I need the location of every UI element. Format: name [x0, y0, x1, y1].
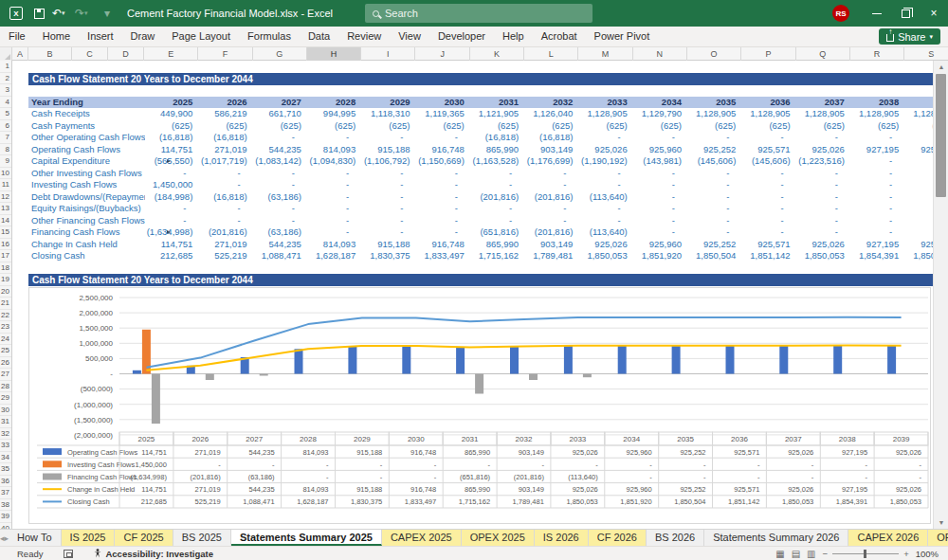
account-avatar[interactable]: RS [832, 5, 849, 22]
cell-value[interactable]: 1,833,497 [416, 250, 470, 262]
cell-value[interactable]: (625) [578, 120, 632, 133]
year-header-2030[interactable]: 2030 [416, 97, 470, 109]
ribbon-tab-data[interactable]: Data [300, 27, 338, 46]
cell-value[interactable]: 814,093 [307, 144, 361, 156]
cell-value[interactable]: - [253, 168, 307, 180]
row-header-22[interactable]: 22 [0, 310, 11, 322]
ribbon-tab-draw[interactable]: Draw [122, 27, 164, 46]
cell-value[interactable]: - [796, 168, 850, 180]
row-label[interactable]: Other Operating Cash Flows [31, 132, 145, 144]
cell-value[interactable]: (113,640) [578, 191, 632, 204]
cell-value[interactable]: (625) [144, 120, 198, 133]
cell-value[interactable]: - [850, 168, 904, 180]
cell-value[interactable]: - [850, 203, 904, 215]
cell-value[interactable]: (1,083,142) [253, 155, 307, 168]
cell-value[interactable]: 586,219 [198, 108, 252, 120]
cell-value[interactable]: - [578, 203, 632, 215]
cell-value[interactable]: (201,816) [198, 226, 252, 239]
cell-value[interactable]: - [850, 226, 904, 239]
cell-value[interactable]: 1,851,920 [633, 250, 687, 262]
cell-value[interactable]: 114,751 [144, 144, 198, 156]
cell-value[interactable]: (565,550) [144, 155, 198, 168]
row-header-25[interactable]: 25 [0, 345, 11, 357]
ribbon-tab-home[interactable]: Home [34, 27, 79, 46]
cell-value[interactable]: (145,606) [687, 155, 741, 168]
cell-value[interactable]: - [850, 155, 904, 168]
row-header-7[interactable]: 7 [0, 132, 11, 144]
cell-value[interactable]: 212,685 [144, 250, 198, 262]
cell-value[interactable]: - [633, 132, 687, 144]
cell-value[interactable]: (1,223,516) [796, 155, 850, 168]
column-header-L[interactable]: L [524, 47, 578, 61]
ribbon-tab-file[interactable]: File [0, 27, 34, 46]
minimize-button[interactable] [863, 0, 891, 27]
row-label[interactable]: Equity Raisings/(Buybacks) [31, 203, 145, 215]
cell-value[interactable]: (184,998) [144, 191, 198, 204]
sheet-tab-capex-2025[interactable]: CAPEX 2025 [382, 530, 462, 546]
ribbon-tab-acrobat[interactable]: Acrobat [533, 27, 586, 46]
cell-value[interactable]: - [850, 215, 904, 227]
cell-value[interactable]: - [307, 191, 361, 204]
row-header-18[interactable]: 18 [0, 262, 11, 275]
cell-value[interactable]: - [850, 179, 904, 191]
ribbon-tab-developer[interactable]: Developer [429, 27, 494, 46]
cell-value[interactable]: - [741, 191, 795, 204]
column-header-B[interactable]: B [28, 47, 72, 61]
cell-value[interactable]: (201,816) [524, 226, 578, 239]
cell-value[interactable]: (625) [470, 120, 524, 133]
cell-value[interactable]: - [687, 132, 741, 144]
cell-value[interactable]: - [361, 203, 415, 215]
cell-value[interactable]: (625) [524, 120, 578, 133]
cell-value[interactable]: - [361, 226, 415, 239]
cell-value[interactable]: - [416, 168, 470, 180]
year-header-2033[interactable]: 2033 [578, 97, 632, 109]
cell-value[interactable]: (145,606) [741, 155, 795, 168]
cell-value[interactable]: - [198, 215, 252, 227]
cell-value[interactable]: 814,093 [307, 239, 361, 251]
cell-value[interactable]: (16,818) [524, 132, 578, 144]
cell-value[interactable]: (625) [850, 120, 904, 133]
search-input[interactable]: Search [365, 4, 592, 23]
cell-value[interactable]: 925,026 [796, 144, 850, 156]
cell-value[interactable]: - [850, 132, 904, 144]
column-header-A[interactable]: A [12, 47, 28, 61]
cell-value[interactable]: - [198, 168, 252, 180]
cell-value[interactable]: 1,088,471 [253, 250, 307, 262]
cell-value[interactable]: 1,830,375 [361, 250, 415, 262]
year-header-2031[interactable]: 2031 [470, 97, 524, 109]
cell-value[interactable]: - [361, 132, 415, 144]
column-header-O[interactable]: O [687, 47, 741, 61]
cell-value[interactable]: 994,995 [307, 108, 361, 120]
cell-value[interactable]: (1,017,719) [198, 155, 252, 168]
sheet-tab-capex-2026[interactable]: CAPEX 2026 [848, 530, 928, 546]
cell-value[interactable]: - [253, 203, 307, 215]
row-label[interactable]: Other Financing Cash Flows [31, 215, 145, 227]
cell-value[interactable]: 1,118,310 [361, 108, 415, 120]
sheet-tab-bs-2026[interactable]: BS 2026 [647, 530, 704, 546]
column-header-D[interactable]: D [108, 47, 144, 61]
cell-value[interactable]: - [687, 203, 741, 215]
cell-value[interactable]: - [307, 203, 361, 215]
save-button[interactable] [28, 3, 49, 24]
cell-value[interactable]: (625) [307, 120, 361, 133]
cell-value[interactable]: 1,628,187 [307, 250, 361, 262]
year-header-2036[interactable]: 2036 [741, 97, 795, 109]
macro-record-icon[interactable] [64, 550, 73, 558]
cell-value[interactable]: (625) [361, 120, 415, 133]
cell-value[interactable]: - [741, 132, 795, 144]
sheet-tab-cf-2026[interactable]: CF 2026 [589, 530, 647, 546]
cell-value[interactable]: (16,818) [198, 191, 252, 204]
sheet-tab-is-2025[interactable]: IS 2025 [62, 530, 116, 546]
row-header-11[interactable]: 11 [0, 179, 11, 191]
cell-value[interactable]: (201,816) [524, 191, 578, 204]
cell-value[interactable]: - [578, 168, 632, 180]
cell-value[interactable]: (625) [633, 120, 687, 133]
ribbon-tab-formulas[interactable]: Formulas [239, 27, 300, 46]
zoom-thumb[interactable] [864, 550, 866, 558]
cell-value[interactable]: 525,219 [198, 250, 252, 262]
row-header-27[interactable]: 27 [0, 369, 11, 381]
cell-value[interactable]: 1,126,040 [524, 108, 578, 120]
column-header-S[interactable]: S [904, 47, 948, 61]
ribbon-tab-help[interactable]: Help [494, 27, 533, 46]
column-header-M[interactable]: M [578, 47, 632, 61]
